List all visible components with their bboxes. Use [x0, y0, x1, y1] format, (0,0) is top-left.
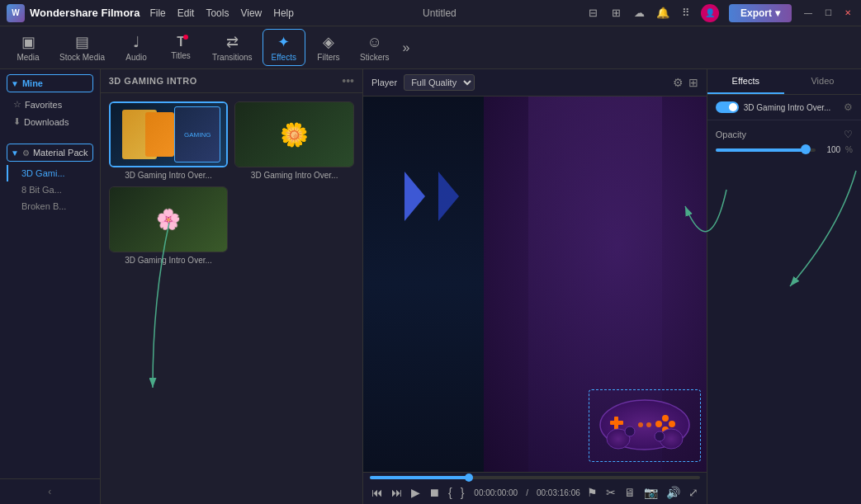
- material-3dgami[interactable]: 3D Gami...: [7, 165, 93, 181]
- svg-point-3: [662, 415, 669, 422]
- stop-button[interactable]: ⏹: [427, 484, 442, 501]
- menu-file[interactable]: File: [149, 7, 165, 19]
- heart-icon[interactable]: ♡: [844, 129, 853, 140]
- material-caret-icon: ▼: [11, 148, 19, 158]
- flag-button[interactable]: ⚑: [585, 484, 599, 501]
- effect-thumb-3: 🌸: [109, 186, 229, 252]
- material-pack-header[interactable]: ▼ ⚙ Material Pack: [7, 144, 93, 162]
- grid-icon[interactable]: ⊞: [608, 5, 625, 21]
- control-right: ⚑ ✂ 🖥 📷 🔊 ⤢: [585, 484, 700, 501]
- frame-back-button[interactable]: ⏭: [390, 484, 404, 501]
- dots-icon[interactable]: ⠿: [678, 5, 694, 21]
- stickers-icon: ☺: [367, 34, 382, 51]
- opacity-slider-fill: [716, 148, 806, 152]
- progress-bar[interactable]: [370, 476, 700, 479]
- tool-filters[interactable]: ◈ Filters: [307, 30, 350, 65]
- screenshot-button[interactable]: ✂: [604, 484, 617, 501]
- player-label: Player: [371, 78, 397, 87]
- quality-select[interactable]: Full Quality: [404, 74, 475, 91]
- monitor-icon[interactable]: ⊟: [585, 5, 602, 21]
- menu-help[interactable]: Help: [273, 7, 294, 19]
- opacity-value: 100: [821, 145, 840, 154]
- svg-point-9: [625, 426, 635, 436]
- material-pack-section: ▼ ⚙ Material Pack 3D Gami... 8 Bit Ga...…: [0, 139, 100, 219]
- arrow-annotation-svg: [707, 163, 861, 327]
- active-effect-row: 3D Gaming Intro Over... ⚙: [707, 95, 861, 120]
- mine-caret-icon: ▼: [11, 79, 19, 88]
- effect-item-1[interactable]: GAMING 3D Gaming Intro Over...: [109, 101, 229, 180]
- favorites-item[interactable]: ☆ Favorites: [7, 96, 93, 113]
- effect-settings-icon[interactable]: ⚙: [844, 101, 853, 113]
- tool-more-button[interactable]: »: [400, 40, 414, 55]
- effect-toggle[interactable]: [716, 101, 739, 113]
- tool-stock-media[interactable]: ▤ Stock Media: [51, 30, 113, 65]
- progress-fill: [370, 476, 469, 479]
- opacity-slider-knob[interactable]: [801, 144, 811, 154]
- tool-transitions[interactable]: ⇄ Transitions: [204, 30, 261, 65]
- transitions-icon: ⇄: [226, 33, 239, 51]
- maximize-button[interactable]: ☐: [821, 7, 835, 20]
- tool-audio[interactable]: ♩ Audio: [115, 30, 158, 65]
- downloads-item[interactable]: ⬇ Downloads: [7, 113, 93, 130]
- export-button[interactable]: Export ▾: [729, 4, 792, 22]
- close-button[interactable]: ✕: [841, 7, 854, 20]
- tab-effects[interactable]: Effects: [707, 69, 784, 94]
- effects-more-button[interactable]: •••: [342, 74, 354, 87]
- preview-expand-icon[interactable]: ⊞: [688, 76, 698, 89]
- app-logo: W Wondershare Filmora: [7, 4, 140, 22]
- effect-item-2[interactable]: 🌼 3D Gaming Intro Over...: [234, 101, 354, 180]
- effects-section-label: 3D GAMING INTRO: [109, 76, 197, 86]
- gamepad-overlay: [595, 393, 694, 455]
- effect-item-3[interactable]: 🌸 3D Gaming Intro Over...: [109, 186, 229, 265]
- opacity-section: Opacity ♡ 100 %: [707, 120, 861, 163]
- play-button[interactable]: ▶: [409, 484, 422, 501]
- preview-controls: ⏮ ⏭ ▶ ⏹ { } 00:00:00:00 / 00:03:16:06 ⚑ …: [363, 472, 707, 504]
- control-row: ⏮ ⏭ ▶ ⏹ { } 00:00:00:00 / 00:03:16:06 ⚑ …: [370, 484, 700, 501]
- opacity-label: Opacity: [716, 130, 746, 139]
- effects-header: 3D GAMING INTRO •••: [101, 69, 362, 93]
- mark-in-button[interactable]: {: [447, 484, 454, 501]
- menu-tools[interactable]: Tools: [206, 7, 229, 19]
- menubar: W Wondershare Filmora File Edit Tools Vi…: [0, 0, 861, 26]
- mine-header[interactable]: ▼ Mine: [7, 74, 93, 92]
- tab-video[interactable]: Video: [784, 69, 861, 94]
- mark-out-button[interactable]: }: [459, 484, 466, 501]
- effect-label-2: 3D Gaming Intro Over...: [234, 171, 354, 180]
- svg-rect-2: [614, 417, 618, 430]
- bell-icon[interactable]: 🔔: [655, 5, 671, 21]
- fullscreen-button[interactable]: ⤢: [687, 484, 700, 501]
- preview-header: Player Full Quality ⚙ ⊞: [363, 69, 707, 97]
- avatar[interactable]: 👤: [701, 4, 719, 22]
- right-tabs: Effects Video: [707, 69, 861, 95]
- tool-titles[interactable]: T Titles: [159, 31, 202, 64]
- material-8bitga[interactable]: 8 Bit Ga...: [7, 181, 93, 198]
- volume-button[interactable]: 🔊: [665, 484, 682, 501]
- monitor-button[interactable]: 🖥: [622, 484, 637, 501]
- right-icons: ⊟ ⊞ ☁ 🔔 ⠿ 👤: [585, 4, 719, 22]
- effects-icon: ✦: [277, 33, 290, 51]
- tool-media[interactable]: ▣ Media: [7, 30, 50, 65]
- toggle-knob: [729, 103, 737, 111]
- svg-point-12: [646, 422, 651, 427]
- cloud-icon[interactable]: ☁: [632, 5, 648, 21]
- collapse-panel-button[interactable]: ‹: [0, 478, 100, 504]
- skip-back-button[interactable]: ⏮: [370, 484, 385, 501]
- collapse-icon: ‹: [48, 486, 51, 497]
- menu-view[interactable]: View: [240, 7, 262, 19]
- tool-stickers[interactable]: ☺ Stickers: [352, 31, 398, 65]
- menu-edit[interactable]: Edit: [177, 7, 195, 19]
- menu-items: File Edit Tools View Help: [149, 7, 294, 19]
- time-current: 00:00:00:00: [474, 488, 518, 497]
- preview-settings-icon[interactable]: ⚙: [673, 76, 684, 89]
- effect-thumb-1: GAMING: [109, 101, 229, 167]
- audio-icon: ♩: [133, 33, 140, 51]
- minimize-button[interactable]: —: [802, 7, 815, 20]
- opacity-percent-label: %: [845, 145, 853, 154]
- material-brokenb[interactable]: Broken B...: [7, 198, 93, 214]
- opacity-label-row: Opacity ♡: [716, 129, 853, 140]
- opacity-slider-track[interactable]: [716, 148, 816, 152]
- camera-button[interactable]: 📷: [642, 484, 660, 501]
- tool-effects[interactable]: ✦ Effects: [263, 29, 305, 66]
- download-icon: ⬇: [13, 116, 21, 127]
- gear-icon: ⚙: [22, 148, 30, 158]
